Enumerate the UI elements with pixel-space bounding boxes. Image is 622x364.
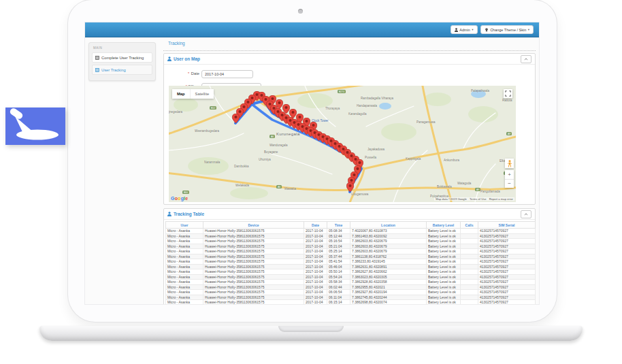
- cell-date: 2017-10-04: [304, 284, 327, 290]
- cell-battery-level: Battery Level is ok: [427, 239, 461, 244]
- cell-calls: [461, 239, 478, 244]
- cell-sim-serial: 413025714570927: [478, 290, 536, 295]
- swan-logo-icon: [5, 107, 65, 145]
- cell-device: Huawei-Honor Holly-358113063061575: [203, 290, 304, 295]
- caret-down-icon: ▾: [472, 28, 473, 31]
- grid-icon: [95, 68, 99, 72]
- cell-time: 05:16:54: [327, 239, 350, 244]
- map-label: Uhumiya: [259, 158, 271, 161]
- zoom-in-button[interactable]: +: [505, 170, 514, 180]
- cell-date: 2017-10-04: [304, 249, 327, 254]
- cell-time: 05:21:04: [327, 244, 350, 249]
- map-label: Welakada: [235, 184, 249, 187]
- cell-sim-serial: 413025714570927: [478, 264, 536, 269]
- cell-sim-serial: 413025714570927: [478, 274, 536, 280]
- cell-time: 05:08:34: [327, 229, 350, 234]
- cell-battery-level: Battery Level is ok: [427, 233, 461, 239]
- cell-location: 7.3862698,80.4320074: [350, 300, 427, 305]
- sidebar-item-complete-user-tracking[interactable]: Complete User Tracking: [92, 52, 152, 63]
- cell-date: 2017-10-04: [304, 300, 327, 305]
- terms-of-use-link[interactable]: Terms of Use: [470, 197, 487, 201]
- collapse-button[interactable]: [521, 210, 531, 218]
- change-theme-button[interactable]: Change Theme / Skin ▾: [480, 25, 534, 34]
- cell-time: 06:11:04: [327, 295, 350, 300]
- cell-calls: [461, 300, 478, 305]
- map-label: Handapanwala: [357, 104, 377, 107]
- cell-location: 7.3863023,80.4320305: [350, 274, 427, 280]
- table-row: Micro - AsankaHuawei-Honor Holly-3581130…: [166, 233, 536, 239]
- sidebar-item-label: User Tracking: [101, 68, 126, 72]
- cell-battery-level: Battery Level is ok: [427, 280, 461, 285]
- tracking-table-panel: Tracking Table User Device Date Time Loc…: [163, 208, 536, 304]
- cell-sim-serial: 413025714570927: [478, 229, 536, 234]
- sidebar-item-user-tracking[interactable]: User Tracking: [92, 65, 152, 75]
- google-logo-letter: e: [185, 196, 188, 201]
- pegman-control[interactable]: [505, 159, 514, 168]
- chevron-up-icon: [524, 213, 528, 216]
- cell-calls: [461, 274, 478, 280]
- cell-device: Huawei-Honor Holly-358113063061575: [203, 295, 304, 300]
- map-canvas[interactable]: KurunegalaClock TowerThorayayaKarandagol…: [169, 86, 516, 202]
- cell-calls: [461, 244, 478, 249]
- zoom-out-button[interactable]: −: [505, 180, 514, 188]
- cell-sim-serial: 413025714570927: [478, 269, 536, 275]
- cell-sim-serial: 413025714570927: [478, 280, 536, 285]
- cell-user: Micro - Asanka: [166, 229, 203, 234]
- tracking-table-panel-header: Tracking Table: [164, 209, 535, 220]
- road-shield: A6: [276, 185, 282, 188]
- cell-date: 2017-10-04: [304, 264, 327, 269]
- caret-down-icon: ▾: [528, 28, 529, 31]
- map-marker-icon[interactable]: [346, 182, 354, 192]
- cell-device: Huawei-Honor Holly-358113063061575: [203, 264, 304, 269]
- chevron-up-icon: [524, 58, 528, 61]
- cell-location: 7.3862745,80.4320244: [350, 295, 427, 300]
- breadcrumb-tracking-link[interactable]: Tracking: [168, 41, 185, 46]
- cell-time: 05:37:44: [327, 254, 350, 259]
- user-icon: [455, 28, 458, 32]
- cell-time: 05:41:54: [327, 259, 350, 265]
- cell-user: Micro - Asanka: [166, 284, 203, 290]
- map-type-satellite-button[interactable]: Satellite: [190, 89, 214, 99]
- map-label: Kappitigala: [406, 157, 421, 161]
- map-data-text: Map data ©2019 Google: [436, 197, 467, 201]
- date-input[interactable]: [201, 70, 253, 78]
- map-type-map-button[interactable]: Map: [172, 89, 190, 99]
- cell-device: Huawei-Honor Holly-358113063061575: [203, 269, 304, 275]
- cell-battery-level: Battery Level is ok: [427, 269, 461, 275]
- date-label: * Date: [171, 71, 199, 76]
- table-row: Micro - AsankaHuawei-Honor Holly-3581130…: [166, 259, 536, 265]
- cell-calls: [461, 249, 478, 254]
- google-logo[interactable]: Google: [171, 196, 188, 201]
- cell-device: Huawei-Honor Holly-358113063061575: [203, 244, 304, 249]
- fullscreen-button[interactable]: [504, 89, 512, 98]
- map-label: Kurunegala: [276, 132, 300, 136]
- cell-date: 2017-10-04: [304, 295, 327, 300]
- breadcrumb: Tracking: [163, 37, 536, 51]
- collapse-button[interactable]: [521, 55, 531, 63]
- cell-battery-level: Battery Level is ok: [427, 249, 461, 254]
- cell-location: 7.4020067,80.4310873: [350, 229, 427, 234]
- cell-calls: [461, 269, 478, 275]
- user-on-map-panel: User on Map * Date *Officer Micro - Asan…: [163, 53, 536, 205]
- cell-date: 2017-10-04: [304, 269, 327, 275]
- map-label: Wanduragala: [269, 144, 288, 147]
- change-theme-button-label: Change Theme / Skin: [490, 28, 526, 32]
- admin-button[interactable]: Admin ▾: [451, 25, 478, 34]
- cell-device: Huawei-Honor Holly-358113063061575: [203, 280, 304, 285]
- cell-location: 7.3862631,80.4320891: [350, 264, 427, 269]
- tracking-table: User Device Date Time Location Battery L…: [165, 221, 536, 304]
- map-marker-icon[interactable]: [232, 114, 240, 123]
- cell-calls: [461, 254, 478, 259]
- col-sim-serial: SIM Serial: [478, 222, 536, 229]
- cell-time: 05:54:24: [327, 274, 350, 280]
- cell-date: 2017-10-04: [304, 280, 327, 285]
- cell-user: Micro - Asanka: [166, 249, 203, 254]
- table-row: Micro - AsankaHuawei-Honor Holly-3581130…: [166, 239, 536, 244]
- cell-date: 2017-10-04: [304, 239, 327, 244]
- cell-date: 2017-10-04: [304, 233, 327, 239]
- cell-date: 2017-10-04: [304, 244, 327, 249]
- cell-battery-level: Battery Level is ok: [427, 259, 461, 265]
- report-map-error-link[interactable]: Report a map error: [489, 197, 513, 201]
- pegman-icon: [507, 160, 512, 167]
- map-label: Panagamuwa: [416, 120, 436, 124]
